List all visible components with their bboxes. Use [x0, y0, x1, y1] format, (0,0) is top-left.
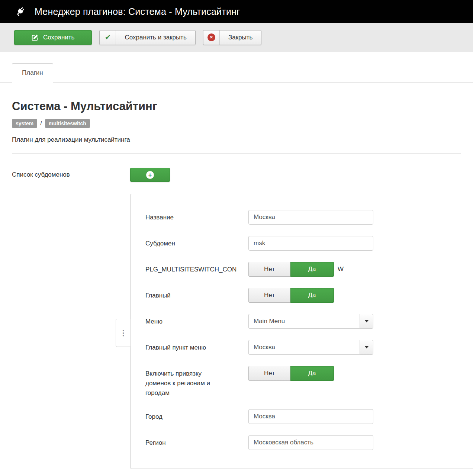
field-row-lang-key: PLG_MULTISITESWITCH_CON Нет Да W: [145, 262, 473, 277]
drag-dots-icon: ⋮: [120, 328, 127, 337]
menu-select-caret-button[interactable]: [360, 314, 373, 329]
close-x-glyph: ✕: [207, 33, 215, 41]
save-button[interactable]: Сохранить: [14, 30, 92, 45]
lang-key-toggle-no-button[interactable]: Нет: [248, 262, 290, 277]
tab-strip: Плагин: [0, 63, 473, 83]
city-label: Город: [145, 409, 248, 424]
field-row-menu: Меню Main Menu: [145, 314, 473, 329]
close-icon: ✕: [203, 30, 220, 45]
plus-icon: +: [146, 171, 154, 179]
main-toggle-yes-button[interactable]: Да: [290, 288, 334, 303]
region-label: Регион: [145, 435, 248, 450]
menu-item-label: Главный пункт меню: [145, 340, 248, 355]
menu-item-select[interactable]: Москва: [248, 340, 373, 355]
menu-select[interactable]: Main Menu: [248, 314, 373, 329]
subdomain-input[interactable]: [248, 236, 373, 251]
main-label: Главный: [145, 288, 248, 303]
subdomains-section: Список субдоменов + ⋮ Название Субдомен: [12, 168, 461, 469]
field-row-main: Главный Нет Да: [145, 288, 473, 303]
save-close-button[interactable]: ✔ Сохранить и закрыть: [99, 30, 195, 45]
subdomain-panel: ⋮ Название Субдомен PLG_MULTISITESWITCH_…: [130, 194, 473, 469]
caret-down-icon: [365, 346, 369, 348]
lang-key-label: PLG_MULTISITESWITCH_CON: [145, 262, 248, 277]
name-input[interactable]: [248, 210, 373, 225]
close-button[interactable]: ✕ Закрыть: [203, 30, 261, 45]
page-title: Менеджер плагинов: Система - Мультисайти…: [35, 6, 240, 17]
plugin-description: Плагин для реализации мультисайтинга: [12, 136, 461, 144]
lang-key-toggle-yes-button[interactable]: Да: [290, 262, 334, 277]
caret-down-icon: [365, 320, 369, 322]
main-toggle-no-button[interactable]: Нет: [248, 288, 290, 303]
region-binding-label: Включить привязку доменов к регионам и г…: [145, 366, 248, 398]
toolbar: Сохранить ✔ Сохранить и закрыть ✕ Закрыт…: [0, 23, 473, 52]
region-input[interactable]: [248, 435, 373, 450]
field-row-city: Город: [145, 409, 473, 424]
add-subdomain-button[interactable]: +: [130, 168, 170, 182]
subdomains-label: Список субдоменов: [12, 168, 130, 469]
main-toggle: Нет Да: [248, 288, 334, 303]
section-divider: [12, 153, 461, 154]
plugin-type-badge: system: [12, 119, 37, 128]
city-input[interactable]: [248, 409, 373, 424]
name-label: Название: [145, 210, 248, 225]
menu-select-value: Main Menu: [248, 314, 360, 329]
plugin-identifiers: system / multisiteswitch: [12, 119, 461, 128]
check-glyph: ✔: [105, 34, 111, 41]
save-close-button-label: Сохранить и закрыть: [116, 30, 195, 45]
lang-key-label-overflow: W: [338, 262, 344, 277]
save-icon: [32, 34, 38, 41]
close-button-label: Закрыть: [220, 30, 261, 45]
field-row-menu-item: Главный пункт меню Москва: [145, 340, 473, 355]
region-binding-toggle-no-button[interactable]: Нет: [248, 366, 290, 381]
plug-icon: [15, 6, 25, 17]
region-binding-toggle-yes-button[interactable]: Да: [290, 366, 334, 381]
plugin-name-badge: multisiteswitch: [45, 119, 90, 128]
admin-header: Менеджер плагинов: Система - Мультисайти…: [0, 0, 473, 23]
field-row-subdomain: Субдомен: [145, 236, 473, 251]
field-row-name: Название: [145, 210, 473, 225]
region-binding-toggle: Нет Да: [248, 366, 334, 398]
drag-handle[interactable]: ⋮: [116, 319, 131, 347]
subdomain-label: Субдомен: [145, 236, 248, 251]
lang-key-toggle: Нет Да: [248, 262, 334, 277]
subdomains-body: + ⋮ Название Субдомен PLG_MULT: [130, 168, 461, 469]
save-button-label: Сохранить: [43, 34, 74, 41]
menu-label: Меню: [145, 314, 248, 329]
plugin-title: Система - Мультисайтинг: [12, 100, 461, 113]
main-content: Система - Мультисайтинг system / multisi…: [0, 100, 473, 469]
menu-item-select-caret-button[interactable]: [360, 340, 373, 355]
tab-plugin[interactable]: Плагин: [12, 63, 53, 83]
field-row-region-binding: Включить привязку доменов к регионам и г…: [145, 366, 473, 398]
menu-item-select-value: Москва: [248, 340, 360, 355]
check-icon: ✔: [100, 30, 116, 45]
field-row-region: Регион: [145, 435, 473, 450]
badge-separator: /: [40, 120, 42, 127]
